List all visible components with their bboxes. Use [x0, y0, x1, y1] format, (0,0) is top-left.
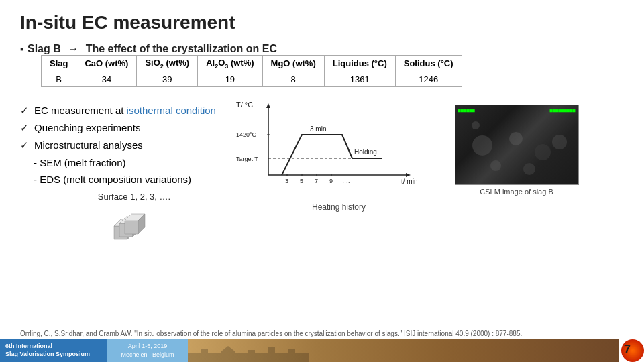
event-date: April 1-5, 2019 Mechelen · Belgium — [107, 339, 188, 362]
surface-label: Surface 1, 2, 3, …. — [98, 192, 170, 202]
svg-text:Target T: Target T — [236, 156, 258, 162]
col-slag: Slag — [41, 56, 76, 72]
cslm-texture — [455, 105, 578, 184]
cell-solidus: 1246 — [395, 72, 462, 86]
page-number: 7 — [624, 343, 631, 357]
cslm-image-area: ■■■■■■ ■■■■■■■■■ CSLM image of slag B — [449, 105, 584, 196]
check-item-ec: ✓ EC measurement at isothermal condition — [20, 105, 235, 117]
cell-cao: 34 — [76, 72, 137, 86]
cube-stack-icon — [107, 206, 161, 253]
bottom-logos: 6th International Slag Valorisation Symp… — [0, 339, 644, 362]
y-axis-label: T/ °C — [236, 101, 253, 109]
cell-sio2: 39 — [137, 72, 198, 86]
heating-history-label: Heating history — [235, 202, 443, 212]
svg-text:Holding: Holding — [354, 148, 377, 156]
svg-text:9: 9 — [329, 178, 333, 184]
slag-composition-table: Slag CaO (wt%) SiO2 (wt%) Al2O3 (wt%) Mg… — [41, 55, 462, 87]
svg-marker-12 — [406, 173, 411, 177]
svg-marker-11 — [266, 103, 270, 108]
check-item-sem: - SEM (melt fraction) — [34, 157, 235, 168]
cell-slag: B — [41, 72, 76, 86]
svg-text:….: …. — [342, 178, 350, 184]
cell-al2o3: 19 — [198, 72, 262, 86]
svg-text:7: 7 — [315, 178, 318, 184]
slag-b-heading: Slag B → The effect of the crystallizati… — [28, 43, 277, 54]
bullet-icon: ▪ — [20, 44, 23, 54]
col-sio2: SiO2 (wt%) — [137, 56, 198, 72]
reference-text: Orrling, C., S.Sridhar, and Cramb AW. "I… — [0, 326, 644, 340]
svg-point-32 — [490, 160, 501, 171]
col-mgo: MgO (wt%) — [262, 56, 324, 72]
check-item-micro: ✓ Microstructural analyses — [20, 139, 235, 152]
svg-text:t/ min: t/ min — [401, 178, 417, 185]
svg-marker-6 — [125, 221, 138, 234]
svg-point-35 — [472, 121, 480, 129]
svg-text:3 min: 3 min — [310, 125, 326, 133]
table-row: B 34 39 19 8 1361 1246 — [41, 72, 462, 86]
surface-area: Surface 1, 2, 3, …. — [34, 192, 235, 253]
footer: Orrling, C., S.Sridhar, and Cramb AW. "I… — [0, 326, 644, 362]
col-cao: CaO (wt%) — [76, 56, 137, 72]
city-photo — [188, 339, 619, 362]
check-item-quenching: ✓ Quenching experiments — [20, 122, 235, 134]
svg-text:3: 3 — [285, 178, 288, 184]
col-liquidus: Liquidus (°C) — [324, 56, 395, 72]
city-silhouette — [188, 339, 619, 362]
svg-point-30 — [509, 132, 523, 145]
svg-point-34 — [552, 135, 567, 149]
svg-point-31 — [535, 144, 551, 160]
check-item-eds: - EDS (melt composition variations) — [34, 174, 235, 185]
symposium-logo: 6th International Slag Valorisation Symp… — [0, 339, 107, 362]
svg-point-29 — [472, 135, 492, 156]
heating-chart: T/ °C Target T 1420°C 3 min — [235, 98, 443, 212]
cell-liquidus: 1361 — [324, 72, 395, 86]
col-al2o3: Al2O3 (wt%) — [198, 56, 262, 72]
svg-text:5: 5 — [300, 178, 303, 184]
cell-mgo: 8 — [262, 72, 324, 86]
svg-marker-37 — [188, 346, 309, 362]
cslm-image: ■■■■■■ ■■■■■■■■■ — [455, 105, 579, 185]
cslm-label: CSLM image of slag B — [480, 188, 553, 196]
svg-text:1420°C: 1420°C — [236, 131, 257, 138]
svg-point-33 — [523, 163, 535, 175]
page-title: In-situ EC measurement — [20, 12, 624, 34]
col-solidus: Solidus (°C) — [395, 56, 462, 72]
chart-svg: T/ °C Target T 1420°C 3 min — [235, 98, 423, 198]
